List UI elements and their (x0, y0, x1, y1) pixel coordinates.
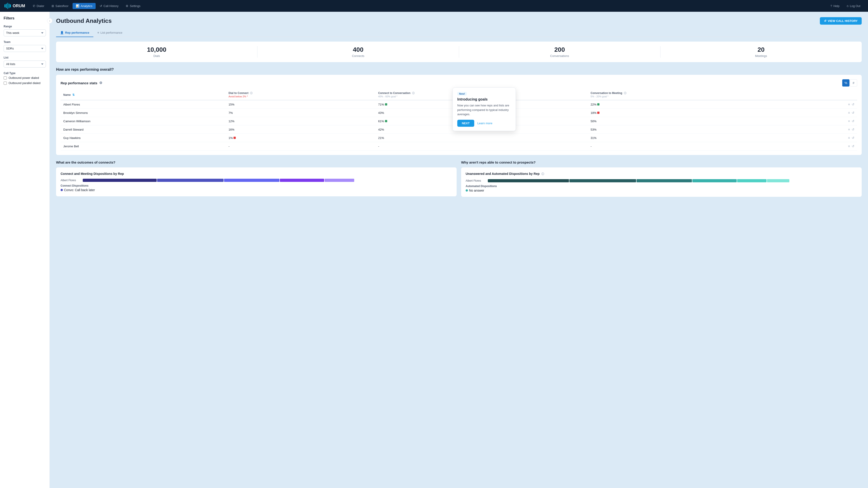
chart-right-info-icon[interactable]: ⓘ (541, 172, 544, 175)
cell-actions: ≡ ↺ (797, 117, 857, 125)
logout-link[interactable]: ⎋ Log Out (844, 3, 864, 9)
list-label: List (4, 56, 46, 59)
filter-list: List All lists List A List B (4, 56, 46, 68)
history-icon: ↺ (100, 4, 102, 8)
tooltip-title: Introducing goals (457, 97, 511, 101)
bar-seg-r5 (737, 179, 767, 182)
cell-dial-connect: 16% (226, 125, 375, 134)
row-history-icon[interactable]: ↺ (852, 136, 855, 140)
settings-gear-icon: ⚙ (126, 4, 128, 8)
conv-meeting-info-icon[interactable]: ⓘ (624, 92, 626, 94)
row-history-icon[interactable]: ↺ (852, 144, 855, 148)
legend-item-no-answer: No answer (466, 189, 857, 192)
cell-connect-conv: 21% (375, 134, 588, 142)
legend-item-convo: Convo: Call back later (61, 188, 452, 192)
help-icon: ? (831, 4, 832, 8)
row-history-icon[interactable]: ↺ (852, 128, 855, 131)
nav-right: ? Help ⎋ Log Out (827, 3, 864, 9)
power-dialed-checkbox[interactable]: Outbound power dialed (4, 76, 46, 79)
stat-dials: 10,000 Dials (56, 46, 257, 58)
range-label: Range (4, 25, 46, 28)
bar-seg-r1 (488, 179, 569, 182)
row-list-icon[interactable]: ≡ (848, 144, 850, 148)
nav-item-analytics[interactable]: 📊 Analytics (72, 3, 96, 9)
dial-connect-info-icon[interactable]: ⓘ (250, 92, 252, 94)
history-btn-icon: ↺ (824, 19, 827, 23)
goal-indicator-green (385, 103, 387, 105)
tab-rep-performance[interactable]: 👤 Rep performance (56, 29, 93, 37)
connect-conv-info-icon[interactable]: ⓘ (412, 92, 414, 94)
section2-left-heading: What are the outcomes of connects? (56, 160, 457, 164)
chart-left-bars-albert (83, 179, 452, 182)
users-icon: ⊞ (52, 4, 54, 8)
logout-icon: ⎋ (847, 4, 848, 8)
section1-heading: How are reps performing overall? (56, 68, 862, 72)
row-list-icon[interactable]: ≡ (848, 111, 850, 115)
svg-rect-0 (4, 4, 5, 7)
cell-conv-meeting: 18% (588, 109, 797, 117)
chart-left-card: Connect and Meeting Dispositions by Rep … (56, 167, 457, 196)
row-list-icon[interactable]: ≡ (848, 136, 850, 140)
chart-left-title: Connect and Meeting Dispositions by Rep (61, 172, 452, 175)
stat-connects-value: 400 (257, 46, 459, 53)
cell-dial-connect: 7% (226, 109, 375, 117)
list-select[interactable]: All lists List A List B (4, 61, 46, 68)
cell-conv-meeting: 31% (588, 134, 797, 142)
stat-meetings-value: 20 (660, 46, 862, 53)
logo: ORUM (4, 3, 25, 9)
parallel-dialed-input[interactable] (4, 82, 7, 85)
nav-item-salesfloor[interactable]: ⊞ Salesfloor (49, 3, 72, 9)
row-list-icon[interactable]: ≡ (848, 103, 850, 106)
bar-seg-r3 (637, 179, 692, 182)
nav-item-settings[interactable]: ⚙ Settings (123, 3, 144, 9)
view-call-history-button[interactable]: ↺ VIEW CALL HISTORY (820, 17, 862, 25)
cell-name: Brooklyn Simmons (61, 109, 226, 117)
toggle-number-button[interactable]: # (850, 79, 857, 87)
row-history-icon[interactable]: ↺ (852, 111, 855, 115)
svg-rect-2 (7, 3, 8, 9)
row-history-icon[interactable]: ↺ (852, 119, 855, 123)
chart-left-legend-label: Connect Dispositions (61, 184, 452, 187)
row-history-icon[interactable]: ↺ (852, 103, 855, 106)
toggle-percent-button[interactable]: % (842, 79, 849, 87)
cell-conv-meeting: 22% (588, 100, 797, 109)
power-dialed-input[interactable] (4, 76, 7, 79)
row-list-icon[interactable]: ≡ (848, 128, 850, 131)
goals-tooltip: New! Introducing goals Now you can see h… (453, 88, 516, 131)
stat-dials-label: Dials (56, 54, 257, 58)
table-settings-icon[interactable]: ⚙ (99, 81, 102, 85)
tab-list-performance[interactable]: ≡ List performance (93, 29, 126, 37)
range-select[interactable]: This week Last week This month Last mont… (4, 29, 46, 36)
help-link[interactable]: ? Help (827, 3, 843, 9)
phone-icon: ✆ (33, 4, 35, 8)
svg-rect-3 (8, 4, 9, 8)
cell-actions: ≡ ↺ (797, 125, 857, 134)
bar-seg-3 (224, 179, 279, 182)
tooltip-next-button[interactable]: NEXT (457, 120, 474, 127)
chart-right-label-albert: Albert Flores (466, 179, 486, 182)
chart-left-row-albert: Albert Flores (61, 179, 452, 182)
goal-indicator-green (385, 120, 387, 122)
sidebar: Filters Range This week Last week This m… (0, 12, 50, 488)
sort-icon[interactable]: ⇅ (72, 93, 74, 96)
logo-icon (4, 3, 11, 9)
cell-conv-meeting: - (588, 142, 797, 151)
cell-actions: ≡ ↺ (797, 109, 857, 117)
logo-text: ORUM (13, 4, 25, 8)
cell-dial-connect: 1% (226, 134, 375, 142)
tooltip-desc: Now you can see how reps and lists are p… (457, 103, 511, 117)
stat-conversations: 200 Conversations (459, 46, 660, 58)
parallel-dialed-checkbox[interactable]: Outbound parallel dialed (4, 81, 46, 85)
page-header: Outbound Analytics ↺ VIEW CALL HISTORY (56, 17, 862, 25)
goal-indicator-red (597, 111, 599, 114)
section2-right-heading: Why aren't reps able to connect to prosp… (461, 160, 862, 164)
tooltip-learn-more-link[interactable]: Learn more (477, 122, 492, 125)
chart-right-legend-label: Automated Dispositions (466, 185, 857, 188)
sidebar-collapse-button[interactable]: ‹ (47, 18, 53, 24)
navbar: ORUM ✆ Dialer ⊞ Salesfloor 📊 Analytics ↺… (0, 0, 868, 12)
nav-item-dialer[interactable]: ✆ Dialer (30, 3, 48, 9)
stat-conversations-label: Conversations (459, 54, 660, 58)
row-list-icon[interactable]: ≡ (848, 119, 850, 123)
nav-item-call-history[interactable]: ↺ Call History (96, 3, 122, 9)
team-select[interactable]: SDRs AEs All (4, 45, 46, 52)
